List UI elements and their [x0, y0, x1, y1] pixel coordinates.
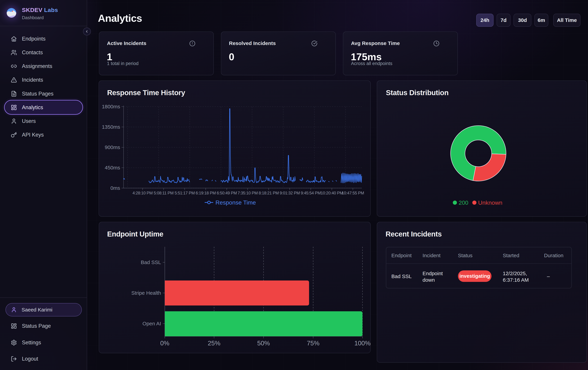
svg-text:100%: 100%	[354, 340, 371, 347]
svg-text:Open AI: Open AI	[143, 321, 161, 326]
svg-text:200: 200	[459, 199, 468, 206]
svg-text:0%: 0%	[160, 340, 169, 347]
svg-text:4:28:10 PM: 4:28:10 PM	[132, 191, 153, 195]
svg-text:10:20:40 PM: 10:20:40 PM	[321, 191, 343, 195]
svg-text:6:50:49 PM: 6:50:49 PM	[217, 191, 237, 195]
svg-text:5:08:11 PM: 5:08:11 PM	[154, 191, 174, 195]
svg-text:Bad SSL: Bad SSL	[141, 259, 161, 265]
svg-text:1800ms: 1800ms	[102, 104, 120, 109]
svg-text:8:18:21 PM: 8:18:21 PM	[259, 191, 279, 195]
svg-text:7:35:10 PM: 7:35:10 PM	[238, 191, 258, 195]
svg-text:6:19:18 PM: 6:19:18 PM	[196, 191, 216, 195]
svg-text:5:51:17 PM: 5:51:17 PM	[175, 191, 195, 195]
svg-text:0ms: 0ms	[110, 185, 120, 191]
svg-text:25%: 25%	[208, 340, 220, 347]
svg-text:Response Time: Response Time	[215, 199, 256, 206]
svg-text:900ms: 900ms	[105, 144, 120, 150]
svg-text:1350ms: 1350ms	[102, 124, 120, 130]
svg-text:450ms: 450ms	[105, 165, 120, 170]
svg-text:Unknown: Unknown	[478, 199, 503, 206]
svg-text:9:45:54 PM: 9:45:54 PM	[301, 191, 321, 195]
svg-text:10:47:55 PM: 10:47:55 PM	[342, 191, 364, 195]
svg-text:9:01:32 PM: 9:01:32 PM	[280, 191, 300, 195]
svg-text:50%: 50%	[257, 340, 270, 347]
svg-text:75%: 75%	[307, 340, 319, 347]
svg-text:Stripe Health: Stripe Health	[131, 290, 161, 296]
